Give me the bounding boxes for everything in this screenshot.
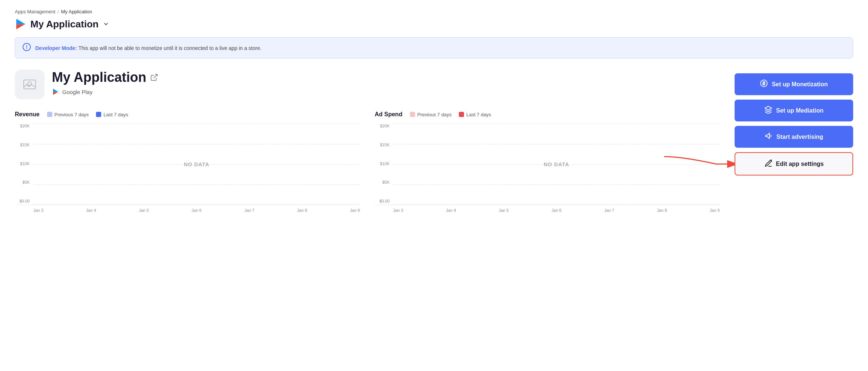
- revenue-chart-title: Revenue: [15, 111, 40, 118]
- content-area: My Application: [15, 70, 853, 213]
- spend-x-jan3: Jan 3: [393, 208, 403, 213]
- edit-app-settings-button[interactable]: Edit app settings: [735, 152, 853, 176]
- revenue-x-jan4: Jan 4: [86, 208, 96, 213]
- revenue-y-15k: $15K: [15, 143, 30, 147]
- left-section: My Application: [15, 70, 720, 213]
- revenue-grid: NO DATA: [33, 124, 360, 205]
- dollar-icon: [760, 79, 768, 89]
- google-play-small-icon: [52, 88, 59, 96]
- store-name: Google Play: [62, 89, 93, 95]
- revenue-x-jan5: Jan 5: [139, 208, 149, 213]
- spend-grid-line-1: [393, 124, 720, 124]
- app-info: My Application: [52, 70, 158, 96]
- breadcrumb-separator: /: [57, 9, 59, 14]
- spend-last-label: Last 7 days: [466, 112, 491, 117]
- revenue-last-label: Last 7 days: [103, 112, 128, 117]
- revenue-x-jan8: Jan 8: [297, 208, 307, 213]
- spend-prev-label: Previous 7 days: [417, 112, 452, 117]
- spend-prev-legend: Previous 7 days: [410, 112, 452, 117]
- revenue-y-10k: $10K: [15, 161, 30, 166]
- revenue-x-jan3: Jan 3: [33, 208, 43, 213]
- revenue-prev-legend: Previous 7 days: [47, 112, 89, 117]
- spend-grid: NO DATA: [393, 124, 720, 205]
- app-icon-placeholder: [15, 70, 44, 99]
- chevron-down-icon[interactable]: [102, 20, 110, 28]
- spend-grid-line-2: [393, 144, 720, 144]
- spend-grid-line-4: [393, 184, 720, 185]
- revenue-x-jan7: Jan 7: [244, 208, 254, 213]
- spend-chart-header: Ad Spend Previous 7 days Last 7 days: [375, 111, 720, 118]
- layers-icon: [764, 106, 772, 116]
- spend-last-legend: Last 7 days: [459, 112, 491, 117]
- store-row: Google Play: [52, 88, 158, 96]
- spend-x-labels: Jan 3 Jan 4 Jan 5 Jan 6 Jan 7 Jan 8 Jan …: [375, 208, 720, 213]
- svg-rect-3: [24, 80, 36, 89]
- spend-x-jan9: Jan 9: [710, 208, 720, 213]
- app-name: My Application: [52, 70, 146, 85]
- svg-line-5: [153, 74, 157, 78]
- spend-y-0: $0.00: [375, 199, 390, 203]
- set-up-mediation-label: Set up Mediation: [776, 107, 824, 114]
- spend-x-jan4: Jan 4: [446, 208, 456, 213]
- breadcrumb-apps-management[interactable]: Apps Management: [15, 9, 55, 14]
- spend-chart-area: $20K $15K $10K $5K $0.00 NO D: [375, 124, 720, 205]
- revenue-grid-line-1: [33, 124, 360, 124]
- svg-text:!: !: [26, 44, 28, 50]
- external-link-icon[interactable]: [150, 73, 158, 81]
- dev-mode-label: Developer Mode:: [35, 45, 77, 51]
- dev-mode-text: Developer Mode: This app will not be abl…: [35, 45, 262, 51]
- info-icon: !: [23, 43, 31, 53]
- revenue-y-labels: $20K $15K $10K $5K $0.00: [15, 124, 30, 205]
- app-header: My Application: [15, 70, 720, 99]
- revenue-grid-line-2: [33, 144, 360, 144]
- page-title: My Application: [30, 19, 99, 30]
- spend-prev-dot: [410, 112, 415, 117]
- spend-x-jan6: Jan 6: [551, 208, 561, 213]
- revenue-grid-line-5: [33, 204, 360, 204]
- app-title-row: My Application: [15, 18, 853, 30]
- revenue-prev-label: Previous 7 days: [54, 112, 89, 117]
- spend-grid-line-5: [393, 204, 720, 204]
- start-advertising-label: Start advertising: [776, 134, 823, 140]
- spend-y-5k: $5K: [375, 180, 390, 184]
- set-up-mediation-button[interactable]: Set up Mediation: [735, 100, 853, 121]
- charts-section: Revenue Previous 7 days Last 7 days $20K: [15, 111, 720, 213]
- dev-mode-banner: ! Developer Mode: This app will not be a…: [15, 37, 853, 59]
- megaphone-icon: [765, 132, 773, 142]
- revenue-no-data: NO DATA: [184, 161, 209, 167]
- spend-y-labels: $20K $15K $10K $5K $0.00: [375, 124, 390, 205]
- revenue-y-5k: $5K: [15, 180, 30, 184]
- edit-app-settings-label: Edit app settings: [776, 161, 824, 167]
- revenue-x-jan9: Jan 9: [350, 208, 360, 213]
- revenue-chart-header: Revenue Previous 7 days Last 7 days: [15, 111, 360, 118]
- revenue-prev-dot: [47, 112, 52, 117]
- breadcrumb-current: My Application: [61, 9, 92, 14]
- revenue-x-labels: Jan 3 Jan 4 Jan 5 Jan 6 Jan 7 Jan 8 Jan …: [15, 208, 360, 213]
- spend-x-jan5: Jan 5: [499, 208, 509, 213]
- spend-x-jan8: Jan 8: [657, 208, 667, 213]
- google-play-icon: [15, 18, 27, 30]
- dev-mode-message: This app will not be able to monetize un…: [77, 45, 262, 51]
- spend-last-dot: [459, 112, 464, 117]
- ad-spend-chart: Ad Spend Previous 7 days Last 7 days $20…: [375, 111, 720, 213]
- arrow-annotation: Edit app settings: [735, 152, 853, 176]
- revenue-y-20k: $20K: [15, 124, 30, 128]
- breadcrumb: Apps Management / My Application: [15, 9, 853, 14]
- spend-y-10k: $10K: [375, 161, 390, 166]
- revenue-y-0: $0.00: [15, 199, 30, 203]
- revenue-chart-area: $20K $15K $10K $5K $0.00 NO D: [15, 124, 360, 205]
- revenue-grid-line-4: [33, 184, 360, 185]
- spend-y-15k: $15K: [375, 143, 390, 147]
- revenue-x-jan6: Jan 6: [192, 208, 202, 213]
- spend-y-20k: $20K: [375, 124, 390, 128]
- spend-chart-title: Ad Spend: [375, 111, 402, 118]
- edit-icon: [764, 159, 772, 169]
- spend-x-jan7: Jan 7: [604, 208, 614, 213]
- start-advertising-button[interactable]: Start advertising: [735, 126, 853, 148]
- right-section: Set up Monetization Set up Mediation: [735, 70, 853, 176]
- revenue-last-legend: Last 7 days: [96, 112, 128, 117]
- set-up-monetization-label: Set up Monetization: [772, 81, 828, 88]
- set-up-monetization-button[interactable]: Set up Monetization: [735, 73, 853, 95]
- spend-no-data: NO DATA: [544, 161, 569, 167]
- svg-marker-7: [765, 106, 772, 110]
